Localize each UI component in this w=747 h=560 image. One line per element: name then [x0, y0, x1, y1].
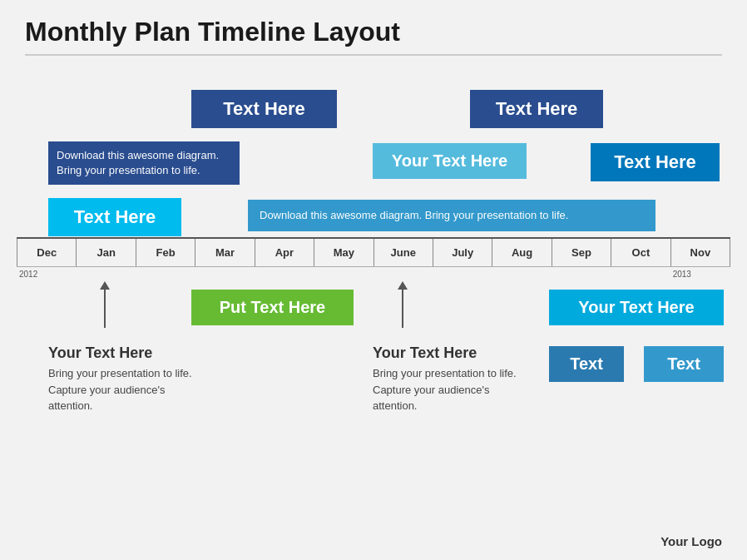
text-block-2-title: Your Text Here [373, 344, 517, 362]
month-cell-may: May [314, 239, 374, 266]
month-cell-mar: Mar [195, 239, 255, 266]
cyan-box-your-text-here: Your Text Here [373, 143, 527, 179]
arrow-head-june [398, 281, 408, 290]
slide: Monthly Plan Timeline Layout Download th… [0, 0, 747, 560]
description-box-center: Download this awesome diagram. Bring you… [248, 200, 655, 231]
month-cell-july: July [433, 239, 492, 266]
arrow-line-jan [104, 290, 106, 328]
text-block-2: Your Text Here Bring your presentation t… [373, 344, 517, 414]
month-cell-dec: Dec2012 [17, 239, 77, 266]
month-cell-nov: Nov2013 [671, 239, 730, 266]
cyan-box-text-here-left: Text Here [48, 198, 181, 236]
text-block-1-body: Bring your presentation to life. Capture… [48, 365, 192, 414]
text-block-1-title: Your Text Here [48, 344, 192, 362]
month-cell-feb: Feb [136, 239, 195, 266]
dark-blue-box-text-here-right: Text Here [470, 90, 603, 128]
dark-blue-box-text-here-far-right: Text Here [591, 143, 720, 181]
timeline-ruler: Dec2012JanFebMarAprMayJuneJulyAugSepOctN… [17, 237, 730, 267]
timeline-area: Download this awesome diagram. Bring you… [17, 75, 730, 518]
cyan-small-box-1: Text [549, 346, 624, 382]
month-cell-sep: Sep [552, 239, 611, 266]
month-cell-aug: Aug [492, 239, 552, 266]
slide-title: Monthly Plan Timeline Layout [25, 17, 722, 56]
cyan-box-your-text-right: Your Text Here [549, 290, 724, 325]
text-block-1: Your Text Here Bring your presentation t… [48, 344, 192, 414]
description-box-left: Download this awesome diagram. Bring you… [48, 141, 240, 185]
month-year-2013: 2013 [673, 270, 691, 279]
green-box-put-text: Put Text Here [191, 290, 354, 325]
arrow-head-jan [100, 281, 110, 290]
month-cell-oct: Oct [611, 239, 670, 266]
dark-blue-box-text-here-center: Text Here [191, 90, 337, 128]
logo: Your Logo [660, 534, 722, 548]
above-timeline: Download this awesome diagram. Bring you… [17, 75, 730, 233]
text-block-2-body: Bring your presentation to life. Capture… [373, 365, 517, 414]
month-cell-apr: Apr [255, 239, 314, 266]
month-cell-june: June [374, 239, 433, 266]
cyan-small-box-2: Text [644, 346, 724, 382]
arrow-jan [100, 281, 110, 328]
month-cell-jan: Jan [77, 239, 136, 266]
month-year-2012: 2012 [19, 270, 37, 279]
arrow-june [398, 281, 408, 328]
arrow-line-june [402, 290, 403, 328]
